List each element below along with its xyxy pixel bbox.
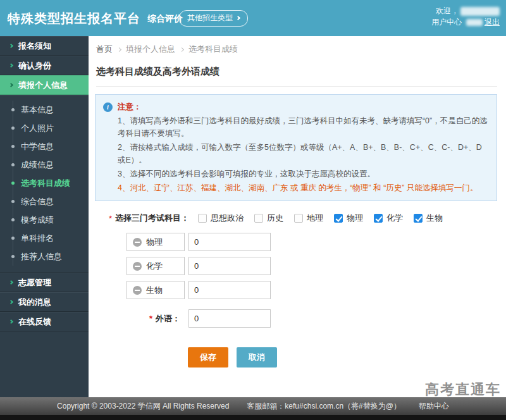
subitem-label: 基本信息 [21,104,54,116]
checkbox-checked-icon[interactable] [334,214,343,223]
logout-link[interactable]: 退出 [484,18,500,27]
checkbox-politics[interactable]: 思想政治 [198,213,244,224]
checkbox-icon[interactable] [294,214,303,223]
sidebar-item-label: 确认身份 [18,60,51,71]
checkbox-checked-icon[interactable] [374,214,383,223]
sidebar-item-label: 填报个人信息 [18,80,68,91]
notice-line-1: 1、请填写高考外语和三门选考科目的最好成绩，三门选考科目中如有未考、缺考请填写“… [103,114,489,140]
required-mark: * [149,314,152,323]
sidebar-subitem-mock-exam[interactable]: 模考成绩 [11,211,89,229]
checkbox-label: 生物 [426,213,443,224]
sidebar-item-signup-notice[interactable]: 报名须知 [0,36,89,56]
chemistry-score-input[interactable] [188,257,271,275]
foreign-language-score-input[interactable] [188,309,271,328]
sidebar-subitem-basic-info[interactable]: 基本信息 [11,101,89,119]
breadcrumb-personal-info[interactable]: 填报个人信息 [126,44,175,55]
subject-chip-chemistry: 化学 [126,257,185,275]
sidebar-item-label: 志愿管理 [18,277,51,288]
footer-bottom-strip [0,415,506,420]
checkbox-label: 历史 [267,213,283,224]
redacted-blur [466,19,483,26]
physics-score-input[interactable] [188,233,271,251]
notice-line-4: 4、河北、辽宁、江苏、福建、湖北、湖南、广东 或 重庆 的考生，“物理” 和 “… [103,182,489,194]
subject-chip-label: 化学 [146,261,163,272]
sidebar-item-confirm-identity[interactable]: 确认身份 [0,56,89,75]
cancel-button[interactable]: 取消 [237,347,277,368]
main-content: 首页 填报个人信息 选考科目成绩 选考科目成绩及高考外语成绩 注意： 1、请填写… [89,36,506,397]
subitem-label: 个人照片 [21,123,54,134]
subject-chip-physics: 物理 [126,233,185,251]
welcome-line: 欢迎， [431,5,500,16]
breadcrumb-current: 选考科目成绩 [188,44,238,55]
checkbox-icon[interactable] [254,214,263,223]
subject-chip-biology: 生物 [126,281,185,299]
subitem-label: 成绩信息 [21,159,54,171]
checkbox-icon[interactable] [198,214,207,223]
sidebar-subitem-recommender-info[interactable]: 推荐人信息 [11,247,89,266]
foreign-label-text: 外语： [156,314,180,323]
subitem-label: 综合信息 [21,196,54,207]
checkbox-checked-icon[interactable] [414,214,423,223]
checkbox-label: 思想政治 [211,213,244,224]
bullet-icon [11,145,15,148]
app-title: 特殊类型招生报名平台 [8,10,140,27]
score-row-physics: 物理 [126,233,497,251]
redacted-username [460,7,500,16]
action-buttons: 保存 取消 [188,347,497,368]
bullet-icon [11,108,15,111]
sidebar-subitem-school-info[interactable]: 中学信息 [11,137,89,156]
score-row-biology: 生物 [126,281,497,299]
page: 特殊类型招生报名平台 综合评价 其他招生类型 欢迎， 用户中心 退出 报名须知 … [0,0,506,420]
bullet-icon [11,127,15,130]
sidebar-item-personal-info[interactable]: 填报个人信息 [0,75,89,95]
footer: Copyright © 2003-2022 学信网 All Rights Res… [0,397,506,420]
sidebar-item-application-management[interactable]: 志愿管理 [0,273,89,292]
checkbox-history[interactable]: 历史 [254,213,283,224]
other-type-button[interactable]: 其他招生类型 [179,10,248,27]
subitem-label: 选考科目成绩 [21,178,70,189]
sidebar-subitem-grade-info[interactable]: 成绩信息 [11,156,89,174]
checkbox-physics[interactable]: 物理 [334,213,363,224]
notice-line-3: 3、选择不同的选考科目会影响可填报的专业，这取决于志愿高校的设置。 [103,168,489,180]
checkbox-label: 地理 [307,213,323,224]
subject-chip-label: 物理 [146,237,163,248]
welcome-text: 欢迎， [436,6,459,15]
sidebar-item-online-feedback[interactable]: 在线反馈 [0,312,89,331]
breadcrumb-home[interactable]: 首页 [96,44,113,55]
checkbox-chemistry[interactable]: 化学 [374,213,403,224]
subitem-label: 模考成绩 [21,214,54,226]
biology-score-input[interactable] [188,281,271,299]
user-center-link[interactable]: 用户中心 [431,18,462,27]
subject-select-label: 选择三门考试科目： [115,213,189,224]
sidebar-subitem-selected-subject-scores[interactable]: 选考科目成绩 [11,174,89,192]
save-button[interactable]: 保存 [188,347,228,368]
remove-subject-icon[interactable] [133,286,142,295]
checkbox-geography[interactable]: 地理 [294,213,323,224]
notice-box: 注意： 1、请填写高考外语和三门选考科目的最好成绩，三门选考科目中如有未考、缺考… [95,94,497,201]
sidebar-item-label: 在线反馈 [18,316,51,328]
sidebar-subitem-comprehensive-info[interactable]: 综合信息 [11,192,89,211]
chevron-right-icon [9,300,13,304]
help-center-link[interactable]: 帮助中心 [419,401,449,412]
bullet-icon [11,182,15,185]
subitem-label: 单科排名 [21,233,54,244]
notice-title: 注意： [118,101,142,113]
score-row-chemistry: 化学 [126,257,497,275]
required-mark: * [109,214,112,223]
checkbox-biology[interactable]: 生物 [414,213,443,224]
sidebar-submenu: 基本信息 个人照片 中学信息 成绩信息 选考科目成绩 [0,95,89,273]
bullet-icon [11,200,15,203]
support-email-text: 客服邮箱：kefu#chsi.com.cn（将#替换为@） [247,401,401,412]
chevron-right-icon [180,47,184,52]
sidebar-item-my-messages[interactable]: 我的消息 [0,292,89,312]
checkbox-label: 化学 [386,213,403,224]
sidebar-subitem-photo[interactable]: 个人照片 [11,119,89,137]
footer-bar: Copyright © 2003-2022 学信网 All Rights Res… [0,397,506,415]
checkbox-label: 物理 [347,213,363,224]
remove-subject-icon[interactable] [133,262,142,271]
remove-subject-icon[interactable] [133,238,142,247]
bullet-icon [11,237,15,240]
chevron-right-icon [117,47,121,52]
sidebar-subitem-single-subject-rank[interactable]: 单科排名 [11,229,89,247]
other-type-label: 其他招生类型 [187,13,233,23]
